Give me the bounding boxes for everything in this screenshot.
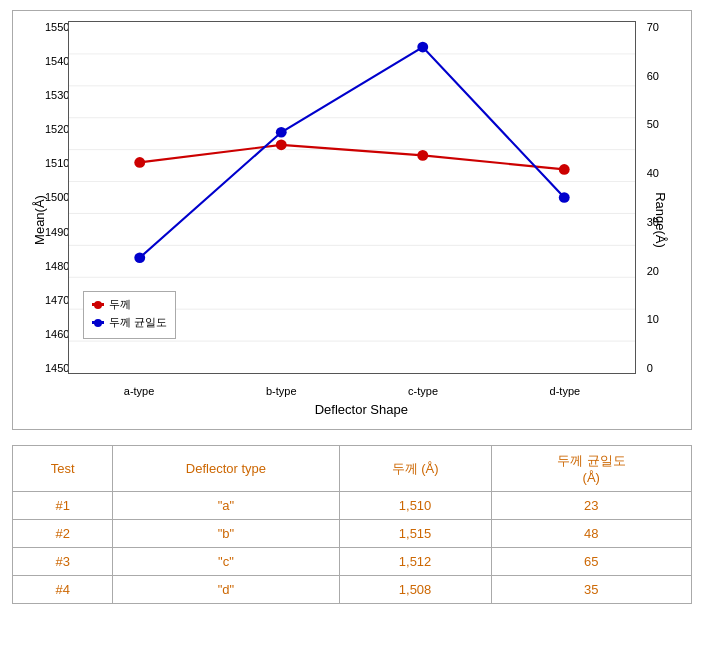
svg-point-14 [134,252,145,263]
table-cell: 35 [491,576,691,604]
legend-label-red: 두께 [109,297,131,312]
legend-label-blue: 두께 균일도 [109,315,167,330]
table-row: #1"a"1,51023 [13,492,692,520]
table-row: #4"d"1,50835 [13,576,692,604]
x-axis-labels: a-type b-type c-type d-type [68,385,636,397]
legend-item-blue: 두께 균일도 [92,315,167,330]
table-row: #3"c"1,51265 [13,548,692,576]
table-cell: 1,508 [339,576,491,604]
svg-point-16 [417,42,428,53]
svg-point-15 [276,127,287,138]
chart-legend: 두께 두께 균일도 [83,291,176,339]
x-axis-label: Deflector Shape [315,402,408,417]
table-cell: 48 [491,520,691,548]
chart-container: Mean(Å) Range(Å) 1550 1540 1530 1520 151… [12,10,692,430]
table-cell: 1,515 [339,520,491,548]
legend-line-blue [92,321,104,324]
table-cell: #3 [13,548,113,576]
col-header-uniformity: 두께 균일도(Å) [491,446,691,492]
data-table: Test Deflector type 두께 (Å) 두께 균일도(Å) #1"… [12,445,692,604]
svg-point-12 [417,150,428,161]
svg-point-17 [559,192,570,203]
table-cell: #1 [13,492,113,520]
y-axis-left: 1550 1540 1530 1520 1510 1500 1490 1480 … [45,21,69,374]
legend-item-red: 두께 [92,297,167,312]
table-cell: 23 [491,492,691,520]
y-axis-right: 70 60 50 40 30 20 10 0 [647,21,659,374]
table-cell: 1,512 [339,548,491,576]
col-header-test: Test [13,446,113,492]
table-cell: 65 [491,548,691,576]
svg-point-10 [134,157,145,168]
col-header-deflector-type: Deflector type [113,446,339,492]
table-row: #2"b"1,51548 [13,520,692,548]
legend-line-red [92,303,104,306]
col-header-thickness: 두께 (Å) [339,446,491,492]
table-cell: "d" [113,576,339,604]
table-cell: "a" [113,492,339,520]
svg-point-13 [559,164,570,175]
table-header-row: Test Deflector type 두께 (Å) 두께 균일도(Å) [13,446,692,492]
table-cell: #4 [13,576,113,604]
svg-point-11 [276,140,287,151]
table-cell: "c" [113,548,339,576]
table-cell: "b" [113,520,339,548]
table-cell: 1,510 [339,492,491,520]
table-cell: #2 [13,520,113,548]
